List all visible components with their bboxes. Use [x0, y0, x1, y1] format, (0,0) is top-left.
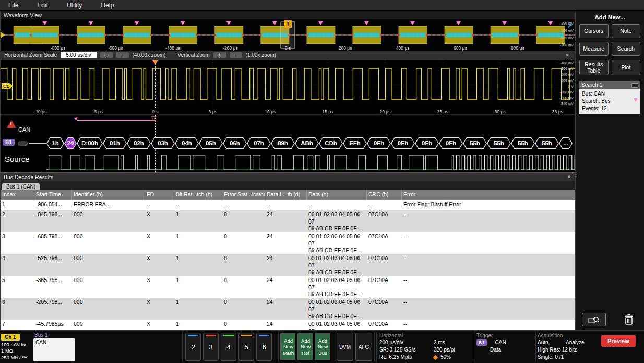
bus-decode-value[interactable]: 0Fh	[367, 137, 391, 149]
bus-decode-value[interactable]: 0Fh	[391, 137, 415, 149]
bus-decode-value[interactable]: 55h	[463, 137, 487, 149]
channel-1-panel[interactable]: Ch 1 100 mV/div1 MΩ250 MHz ᴮᵂ	[1, 332, 32, 361]
table-cell: 1	[174, 276, 222, 298]
add-new-bus-button[interactable]: Add New Bus	[315, 333, 331, 361]
table-row[interactable]: 1-906.054...ERROR FRA...------------Erro…	[1, 200, 575, 210]
table-cell: 1	[174, 298, 222, 320]
pane-resize-handle[interactable]: ⋮	[573, 170, 579, 178]
overview-waveform-area[interactable]: T↗ -800 μs-600 μs-400 μs-200 μs0 s200 μs…	[0, 19, 576, 51]
channel-3-button[interactable]: 3	[203, 333, 219, 361]
vertical-zoom-increase-button[interactable]: +	[213, 52, 226, 58]
table-cell: 0	[222, 210, 265, 232]
source-waveform[interactable]	[46, 153, 575, 171]
bus-1-badge[interactable]: B1	[3, 139, 15, 146]
plot-button[interactable]: Plot	[612, 60, 641, 75]
column-header-8[interactable]: CRC (h)	[367, 190, 402, 200]
bus-decode-value[interactable]: 89h	[271, 137, 295, 149]
menu-help[interactable]: Help	[101, 2, 114, 9]
bus-decode-value[interactable]: 0Fh	[415, 137, 439, 149]
horizontal-panel[interactable]: Horizontal 200 μs/div 2 ms SR: 3.125 GS/…	[379, 332, 473, 361]
results-table-button[interactable]: Results Table	[579, 60, 609, 75]
channel-1-badge[interactable]: Ch 1	[1, 334, 20, 341]
bus-decode-value[interactable]: 03h	[151, 137, 175, 149]
bus-decode-value[interactable]: 55h	[535, 137, 559, 149]
bus-decode-value[interactable]: 55h	[487, 137, 511, 149]
channel-6-button[interactable]: 6	[256, 333, 272, 361]
table-cell: -365.798...	[34, 276, 72, 298]
measure-button[interactable]: Measure	[579, 42, 609, 56]
zoom-tool-button[interactable]	[582, 313, 606, 326]
column-header-4[interactable]: Bit Rat...tch (h)	[174, 190, 222, 200]
channel-5-button[interactable]: 5	[238, 333, 254, 361]
vertical-zoom-decrease-button[interactable]: −	[230, 52, 242, 58]
table-row[interactable]: 7-45.7985μs000X102400 01 02 03 04 05 06 …	[1, 320, 575, 331]
column-header-6[interactable]: Data L...th (d)	[265, 190, 307, 200]
add-new-ref-button[interactable]: Add New Ref	[297, 333, 314, 361]
channel-4-button[interactable]: 4	[221, 333, 236, 361]
results-close-icon[interactable]: ×	[567, 173, 571, 181]
preview-button[interactable]: Preview	[601, 335, 636, 347]
trigger-panel[interactable]: Trigger B1 CAN Data	[476, 332, 534, 354]
horizontal-zoom-decrease-button[interactable]: −	[116, 52, 129, 58]
menu-edit[interactable]: Edit	[37, 2, 48, 9]
results-body[interactable]: 1-906.054...ERROR FRA...------------Erro…	[1, 200, 575, 331]
bus-decode-text: 0Fh	[415, 137, 439, 149]
scope-app: FileEditUtilityHelp Waveform View T↗ -80…	[0, 0, 644, 363]
bus-decode-text: 0Fh	[391, 137, 415, 149]
dvm-button[interactable]: DVM	[337, 333, 353, 361]
table-row[interactable]: 4-525.798...000X102400 01 02 03 04 05 06…	[1, 254, 575, 276]
table-cell: 24	[265, 298, 307, 320]
column-header-2[interactable]: Identifier (h)	[72, 190, 145, 200]
table-row[interactable]: 3-685.798...000X102400 01 02 03 04 05 06…	[1, 232, 575, 254]
column-header-3[interactable]: FD	[145, 190, 174, 200]
table-row[interactable]: 5-365.798...000X102400 01 02 03 04 05 06…	[1, 276, 575, 298]
column-header-7[interactable]: Data (h)	[307, 190, 367, 200]
cursors-button[interactable]: Cursors	[579, 24, 609, 38]
bus-decode-value[interactable]: 05h	[199, 137, 223, 149]
note-button[interactable]: Note	[612, 24, 641, 38]
menu-utility[interactable]: Utility	[67, 2, 82, 9]
search-result-item[interactable]: Search 1 Bus: CANSearch: BusEvents: 12▼	[579, 81, 640, 114]
bus-decode-value[interactable]: 01h	[103, 137, 127, 149]
bus-decode-value[interactable]: 02h	[127, 137, 151, 149]
afg-button[interactable]: AFG	[355, 333, 372, 361]
bus-decode-value[interactable]: CDh	[319, 137, 343, 149]
table-row[interactable]: 6-205.798...000X102400 01 02 03 04 05 06…	[1, 298, 575, 320]
column-header-9[interactable]: Error	[402, 190, 575, 200]
bus-decode-value[interactable]: EFh	[343, 137, 367, 149]
zoom-close-icon[interactable]: ×	[563, 52, 571, 59]
table-cell: --	[402, 276, 575, 298]
menu-file[interactable]: File	[8, 2, 18, 9]
bus-decode-value[interactable]: ...	[559, 137, 573, 149]
search-item-header[interactable]: Search 1	[579, 81, 640, 89]
column-header-1[interactable]: Start Time	[34, 190, 72, 200]
bus-decode-value[interactable]: 06h	[223, 137, 247, 149]
zoom-waveform[interactable]	[1, 60, 575, 108]
column-header-5[interactable]: Error Stat...icator (h)	[222, 190, 265, 200]
bus-decode-value[interactable]: 55h	[511, 137, 535, 149]
bus-decode-value[interactable]: D:00h	[77, 137, 103, 149]
acquisition-panel[interactable]: Acquisition Auto, Analyze High Res: 12 b…	[538, 332, 599, 361]
bus-decode-text: 07h	[247, 137, 271, 149]
horizontal-zoom-increase-button[interactable]: +	[100, 52, 113, 58]
bus-collapse-handle[interactable]: —	[18, 141, 28, 146]
bus-decode-value[interactable]: 24	[64, 137, 77, 149]
table-row[interactable]: 2-845.798...000X102400 01 02 03 04 05 06…	[1, 210, 575, 232]
channel-2-button[interactable]: 2	[185, 333, 201, 361]
table-cell: 24	[265, 254, 307, 276]
add-new-math-button[interactable]: Add New Math	[280, 333, 296, 361]
toolbar-divider	[473, 332, 473, 361]
zoom-waveform-area[interactable]: C1 -10 μs-5 μs0 s5 μs10 μs15 μs20 μs25 μ…	[0, 60, 576, 114]
bus-1-panel[interactable]: Bus 1 CAN	[33, 332, 75, 362]
horizontal-zoom-scale-value[interactable]: 5.00 us/div	[61, 52, 96, 58]
column-header-0[interactable]: Index	[1, 190, 34, 200]
delete-button[interactable]	[620, 312, 638, 327]
bus-decode-value[interactable]: 07h	[247, 137, 271, 149]
search-button[interactable]: Search	[612, 42, 641, 56]
bus-decode-value[interactable]: 1h	[46, 137, 64, 149]
channel-4-color-bar	[223, 335, 234, 336]
bus-decode-value[interactable]: ABh	[295, 137, 319, 149]
bus-decode-value[interactable]: 0Fh	[439, 137, 463, 149]
bus-decode-value[interactable]: 04h	[175, 137, 199, 149]
zoom-tick-label: -5 μs	[93, 109, 103, 114]
